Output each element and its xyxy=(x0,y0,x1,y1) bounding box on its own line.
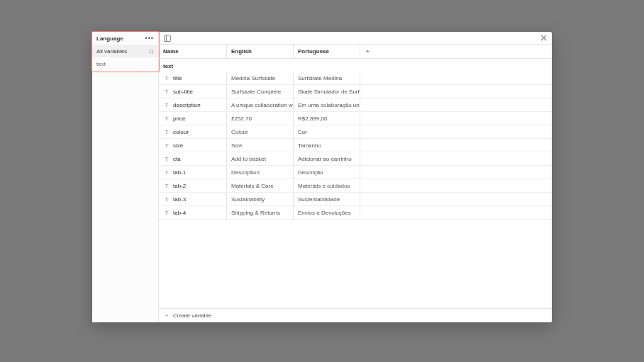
table-row[interactable]: Ttab-1DescriptionDescrição xyxy=(159,166,552,179)
cell-portuguese[interactable]: Materiais e cuidados xyxy=(294,179,360,192)
table-row[interactable]: Ttab-4Shipping & ReturnsEnvios e Devoluç… xyxy=(159,206,552,220)
variable-name: title xyxy=(173,75,182,81)
cell-name[interactable]: Ttab-3 xyxy=(159,193,227,205)
variable-name: sub-title xyxy=(173,89,193,95)
variable-name: tab-1 xyxy=(173,169,186,176)
cell-english[interactable]: £252.70 xyxy=(227,112,294,125)
cell-english[interactable]: Description xyxy=(227,166,294,179)
create-variable-button[interactable]: + Create variable xyxy=(159,308,552,322)
cell-portuguese[interactable]: Tamanho xyxy=(294,139,360,152)
cell-name[interactable]: Tprice xyxy=(159,112,227,125)
cell-name[interactable]: Tcolour xyxy=(159,125,227,138)
more-icon[interactable]: ••• xyxy=(145,35,154,42)
table-header: Name English Portuguese + xyxy=(159,45,552,59)
cell-spacer xyxy=(360,152,552,165)
text-type-icon: T xyxy=(163,169,170,176)
cell-english[interactable]: A unique collaboration with three xyxy=(227,98,294,111)
cell-portuguese[interactable]: R$2.899,00 xyxy=(294,112,360,125)
sidebar-item-all[interactable]: All variables 11 xyxy=(92,45,158,57)
cell-english[interactable]: Materials & Care xyxy=(227,179,294,192)
cell-spacer xyxy=(360,139,552,152)
col-header-spacer xyxy=(374,45,552,58)
collection-label: Language xyxy=(96,35,123,42)
sidebar-item-text[interactable]: text xyxy=(92,57,158,70)
table-row[interactable]: Tsub-titleSurfskate CompleteSkate Simula… xyxy=(159,85,552,98)
cell-name[interactable]: Tsize xyxy=(159,139,227,152)
cell-english[interactable]: Medina Surfskate xyxy=(227,72,294,84)
cell-portuguese[interactable]: Skate Simulador de Surf Completo xyxy=(294,85,360,98)
text-type-icon: T xyxy=(163,129,170,135)
table-body: TtitleMedina SurfskateSurfskate MedinaTs… xyxy=(159,72,552,308)
cell-english[interactable]: Colour xyxy=(227,125,294,138)
sidebar-item-label: text xyxy=(96,61,106,67)
table-row[interactable]: TtitleMedina SurfskateSurfskate Medina xyxy=(159,72,552,85)
variable-name: size xyxy=(173,142,183,149)
cell-spacer xyxy=(360,98,552,111)
sidebar-item-count: 11 xyxy=(148,49,154,54)
main-panel: Name English Portuguese + text TtitleMed… xyxy=(159,32,552,322)
cell-portuguese[interactable]: Surfskate Medina xyxy=(294,72,360,84)
cell-name[interactable]: Ttab-1 xyxy=(159,166,227,179)
cell-spacer xyxy=(360,193,552,205)
variables-modal: Language ••• All variables 11 text xyxy=(92,32,552,322)
section-title: text xyxy=(159,59,552,72)
text-type-icon: T xyxy=(163,156,170,162)
table-row[interactable]: Tprice£252.70R$2.899,00 xyxy=(159,112,552,125)
text-type-icon: T xyxy=(163,196,170,203)
cell-spacer xyxy=(360,179,552,192)
topbar xyxy=(159,32,552,45)
cell-name[interactable]: Ttab-2 xyxy=(159,179,227,192)
plus-icon: + xyxy=(163,312,170,319)
variable-name: tab-2 xyxy=(173,183,186,189)
collection-header[interactable]: Language ••• xyxy=(92,32,158,45)
cell-english[interactable]: Sustainability xyxy=(227,193,294,205)
table-row[interactable]: Ttab-3SustainabilitySustentabilidade xyxy=(159,193,552,206)
table-row[interactable]: TcolourColourCor xyxy=(159,125,552,139)
cell-name[interactable]: Ttitle xyxy=(159,72,227,84)
cell-english[interactable]: Size xyxy=(227,139,294,152)
cell-portuguese[interactable]: Sustentabilidade xyxy=(294,193,360,205)
panel-toggle-icon[interactable] xyxy=(163,34,172,43)
variable-name: cta xyxy=(173,156,181,162)
variable-name: tab-4 xyxy=(173,210,186,216)
cell-spacer xyxy=(360,125,552,138)
add-mode-button[interactable]: + xyxy=(360,45,374,58)
table-row[interactable]: Ttab-2Materials & CareMateriais e cuidad… xyxy=(159,179,552,193)
variable-name: price xyxy=(173,115,185,122)
cell-name[interactable]: Tsub-title xyxy=(159,85,227,98)
cell-name[interactable]: Tdescription xyxy=(159,98,227,111)
svg-rect-0 xyxy=(165,35,171,41)
cell-spacer xyxy=(360,85,552,98)
cell-portuguese[interactable]: Adicionar ao carrinho xyxy=(294,152,360,165)
cell-portuguese[interactable]: Em uma colaboração única com o xyxy=(294,98,360,111)
cell-english[interactable]: Surfskate Complete xyxy=(227,85,294,98)
close-icon[interactable] xyxy=(539,34,548,43)
sidebar: Language ••• All variables 11 text xyxy=(92,32,159,322)
table-row[interactable]: TdescriptionA unique collaboration with … xyxy=(159,98,552,112)
col-header-name[interactable]: Name xyxy=(159,45,227,58)
variable-name: description xyxy=(173,102,201,108)
text-type-icon: T xyxy=(163,183,170,189)
cell-english[interactable]: Shipping & Returns xyxy=(227,206,294,219)
cell-english[interactable]: Add to basket xyxy=(227,152,294,165)
text-type-icon: T xyxy=(163,115,170,122)
text-type-icon: T xyxy=(163,210,170,216)
sidebar-item-label: All variables xyxy=(96,48,127,55)
table-row[interactable]: TsizeSizeTamanho xyxy=(159,139,552,152)
col-header-mode1[interactable]: English xyxy=(227,45,294,58)
cell-spacer xyxy=(360,72,552,84)
text-type-icon: T xyxy=(163,75,170,81)
cell-spacer xyxy=(360,206,552,219)
table-row[interactable]: TctaAdd to basketAdicionar ao carrinho xyxy=(159,152,552,166)
cell-portuguese[interactable]: Envios e Devoluções xyxy=(294,206,360,219)
text-type-icon: T xyxy=(163,102,170,108)
text-type-icon: T xyxy=(163,142,170,149)
cell-spacer xyxy=(360,112,552,125)
cell-name[interactable]: Tcta xyxy=(159,152,227,165)
cell-portuguese[interactable]: Cor xyxy=(294,125,360,138)
variable-name: tab-3 xyxy=(173,196,186,203)
cell-portuguese[interactable]: Descrição xyxy=(294,166,360,179)
cell-name[interactable]: Ttab-4 xyxy=(159,206,227,219)
text-type-icon: T xyxy=(163,89,170,95)
col-header-mode2[interactable]: Portuguese xyxy=(294,45,360,58)
